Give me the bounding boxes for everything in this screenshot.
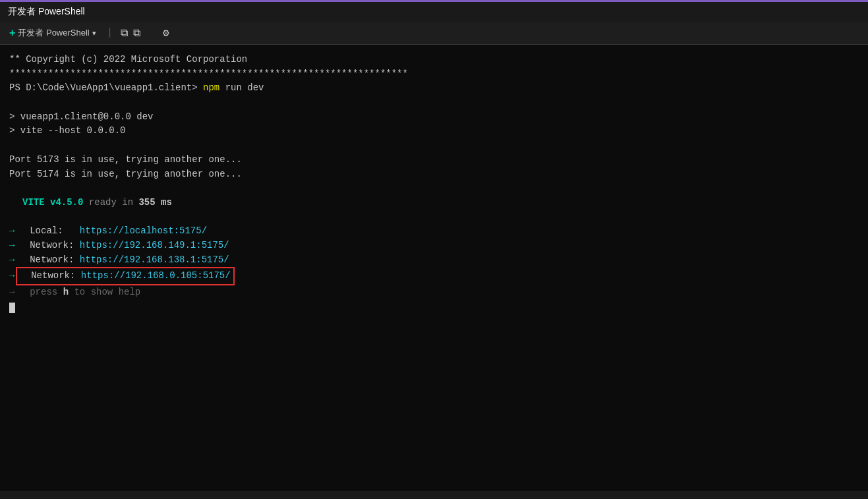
local-arrow-icon: → bbox=[9, 224, 14, 239]
copyright-text: ** Copyright (c) 2022 Microsoft Corporat… bbox=[9, 53, 247, 67]
copyright-line: ** Copyright (c) 2022 Microsoft Corporat… bbox=[9, 53, 859, 67]
network2-line: → Network: https://192.168.138.1:5175/ bbox=[9, 253, 859, 268]
settings-gear-icon[interactable]: ⚙ bbox=[163, 26, 169, 40]
help-h-key: h bbox=[63, 285, 69, 300]
toolbar: + 开发者 PowerShell ▾ | ⧉ ⧉ | ⚙ bbox=[0, 22, 868, 45]
network3-highlighted-line: → Network: https://192.168.0.105:5175/ bbox=[9, 267, 859, 285]
help-suffix-text: to show help bbox=[69, 285, 140, 300]
local-url-text: https://localhost:5175/ bbox=[80, 224, 207, 239]
empty-line-1 bbox=[9, 96, 859, 110]
local-line: → Local: https://localhost:5175/ bbox=[9, 224, 859, 239]
port5174-line: Port 5174 is in use, trying another one.… bbox=[9, 167, 859, 182]
title-text: 开发者 PowerShell bbox=[8, 6, 85, 18]
separator-text: ****************************************… bbox=[9, 67, 408, 82]
network1-line: → Network: https://192.168.149.1:5175/ bbox=[9, 239, 859, 253]
terminal-cursor bbox=[9, 303, 15, 313]
port5173-line: Port 5173 is in use, trying another one.… bbox=[9, 153, 859, 167]
plus-icon: + bbox=[9, 27, 15, 39]
npm-keyword: npm bbox=[198, 81, 220, 96]
prompt-text: PS D:\Code\VueApp1\vueapp1.client> bbox=[9, 81, 198, 96]
vite-ms-text: 355 ms bbox=[138, 196, 171, 210]
vueapp-dev-line: > vueapp1.client@0.0.0 dev bbox=[9, 110, 859, 125]
network2-label-text: Network: bbox=[18, 253, 79, 268]
network3-url-text: https://192.168.0.105:5175/ bbox=[81, 269, 231, 283]
vueapp-dev-text: > vueapp1.client@0.0.0 dev bbox=[9, 110, 153, 125]
local-label-text: Local: bbox=[18, 224, 79, 239]
empty-line-4 bbox=[9, 210, 859, 225]
help-arrow-icon: → bbox=[9, 285, 14, 300]
dropdown-arrow-icon: ▾ bbox=[92, 29, 96, 38]
title-bar: 开发者 PowerShell bbox=[0, 0, 868, 22]
separator-line: ****************************************… bbox=[9, 67, 859, 82]
vite-host-line: > vite --host 0.0.0.0 bbox=[9, 124, 859, 138]
port5174-text: Port 5174 is in use, trying another one.… bbox=[9, 167, 242, 182]
network1-url-text: https://192.168.149.1:5175/ bbox=[80, 239, 229, 253]
network2-url-text: https://192.168.138.1:5175/ bbox=[80, 253, 229, 268]
vite-ready-line: VITE v4.5.0 ready in 355 ms bbox=[9, 196, 859, 210]
cursor-line bbox=[9, 303, 859, 313]
port5173-text: Port 5173 is in use, trying another one.… bbox=[9, 153, 242, 167]
vite-version-label: VITE v4.5.0 bbox=[22, 196, 83, 210]
network2-arrow-icon: → bbox=[9, 253, 14, 268]
network3-label-text: Network: bbox=[20, 269, 80, 283]
new-tab-button[interactable]: + 开发者 PowerShell ▾ bbox=[7, 26, 99, 40]
prompt-line: PS D:\Code\VueApp1\vueapp1.client> npm r… bbox=[9, 81, 859, 96]
toolbar-divider-1: | bbox=[107, 27, 113, 39]
vite-host-text: > vite --host 0.0.0.0 bbox=[9, 124, 125, 138]
vite-ready-text: ready in bbox=[83, 196, 138, 210]
copy-icon[interactable]: ⧉ bbox=[121, 27, 128, 40]
network3-arrow-icon: → bbox=[9, 269, 14, 283]
terminal-body: ** Copyright (c) 2022 Microsoft Corporat… bbox=[0, 45, 868, 491]
network1-label-text: Network: bbox=[18, 239, 79, 253]
help-line: → press h to show help bbox=[9, 285, 859, 300]
network1-arrow-icon: → bbox=[9, 239, 14, 253]
paste-icon[interactable]: ⧉ bbox=[133, 27, 140, 40]
network3-highlighted-box: Network: https://192.168.0.105:5175/ bbox=[16, 267, 234, 285]
run-dev-text: run dev bbox=[219, 81, 264, 96]
empty-line-2 bbox=[9, 138, 859, 153]
new-tab-label: 开发者 PowerShell bbox=[18, 27, 89, 39]
help-prefix-text: press bbox=[18, 285, 63, 300]
empty-line-3 bbox=[9, 181, 859, 196]
